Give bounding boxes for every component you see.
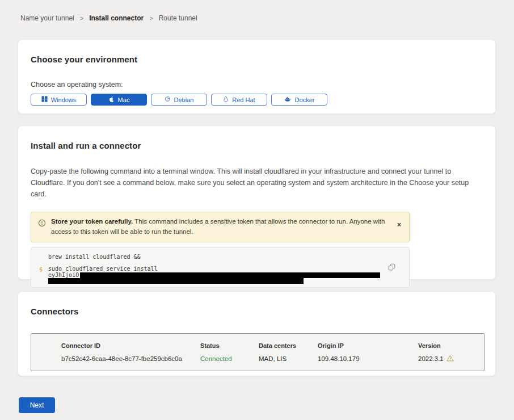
token-warning-text: Store your token carefully. This command…: [51, 217, 389, 237]
connectors-card: Connectors Connector ID Status Data cent…: [18, 291, 496, 376]
redhat-penguin-icon: [223, 96, 229, 104]
origin-ip-value: 109.48.10.179: [318, 355, 418, 362]
os-button-windows[interactable]: Windows: [31, 94, 87, 106]
install-command-block[interactable]: $ brew install cloudflared && sudo cloud…: [31, 247, 410, 288]
breadcrumb-route-tunnel[interactable]: Route tunnel: [159, 14, 197, 22]
debian-swirl-icon: [165, 96, 171, 103]
breadcrumb: Name your tunnel > Install connector > R…: [0, 0, 514, 22]
apple-logo-icon: [108, 95, 115, 104]
col-version: Version: [418, 342, 484, 349]
os-select-label: Choose an operating system:: [31, 81, 483, 89]
version-warning-icon[interactable]: [446, 355, 454, 363]
col-connector-id: Connector ID: [61, 342, 200, 349]
token-warning-banner: Store your token carefully. This command…: [31, 212, 410, 242]
connector-row: b7c52c42-6caa-48ee-8c77-fbe259cb6c0a Con…: [61, 355, 484, 363]
os-button-mac[interactable]: Mac: [91, 94, 147, 106]
alert-circle-icon: [38, 219, 46, 229]
os-button-label: Red Hat: [232, 96, 255, 103]
tunnel-setup-page: Name your tunnel > Install connector > R…: [0, 0, 514, 420]
os-button-redhat[interactable]: Red Hat: [211, 94, 267, 106]
connectors-table: Connector ID Status Data centers Origin …: [31, 333, 484, 371]
install-connector-card: Install and run a connector Copy-paste t…: [18, 125, 496, 280]
col-origin-ip: Origin IP: [318, 342, 418, 349]
connector-id-value: b7c52c42-6caa-48ee-8c77-fbe259cb6c0a: [61, 355, 200, 362]
version-value: 2022.3.1: [418, 355, 484, 363]
version-number: 2022.3.1: [418, 355, 444, 362]
os-button-docker[interactable]: Docker: [271, 94, 327, 106]
os-button-label: Mac: [118, 96, 130, 103]
token-prefix: eyJhIjoiO: [48, 272, 79, 278]
install-connector-description: Copy-paste the following command into a …: [31, 166, 483, 200]
windows-logo-icon: [41, 96, 48, 103]
command-token-line: eyJhIjoiO: [48, 272, 409, 279]
os-button-label: Windows: [51, 96, 77, 103]
copy-command-button[interactable]: [388, 263, 395, 272]
status-badge: Connected: [200, 355, 259, 362]
breadcrumb-install-connector[interactable]: Install connector: [89, 14, 144, 22]
command-token-line-2: [48, 278, 409, 284]
terminal-prompt: $: [39, 266, 43, 272]
breadcrumb-name-your-tunnel[interactable]: Name your tunnel: [20, 14, 74, 22]
data-centers-value: MAD, LIS: [259, 355, 318, 362]
breadcrumb-separator: >: [80, 15, 83, 22]
command-line-1: brew install cloudflared &&: [48, 254, 409, 261]
connectors-title: Connectors: [31, 306, 483, 316]
close-icon[interactable]: ×: [397, 221, 401, 228]
col-status: Status: [200, 342, 259, 349]
os-button-group: Windows Mac Debian Red Hat: [31, 94, 483, 106]
docker-whale-icon: [284, 96, 292, 103]
next-button[interactable]: Next: [19, 397, 55, 413]
token-warning-title: Store your token carefully.: [51, 218, 133, 225]
col-data-centers: Data centers: [259, 342, 318, 349]
redaction-bar: [80, 272, 380, 278]
install-connector-title: Install and run a connector: [31, 141, 483, 150]
connectors-table-header: Connector ID Status Data centers Origin …: [61, 342, 484, 349]
command-line-2: sudo cloudflared service install: [48, 266, 409, 272]
redaction-bar: [48, 278, 304, 284]
os-button-label: Debian: [174, 96, 194, 103]
os-button-label: Docker: [295, 96, 315, 103]
os-button-debian[interactable]: Debian: [151, 94, 207, 106]
choose-environment-card: Choose your environment Choose an operat…: [18, 39, 496, 114]
choose-environment-title: Choose your environment: [31, 54, 483, 64]
breadcrumb-separator: >: [149, 15, 153, 22]
